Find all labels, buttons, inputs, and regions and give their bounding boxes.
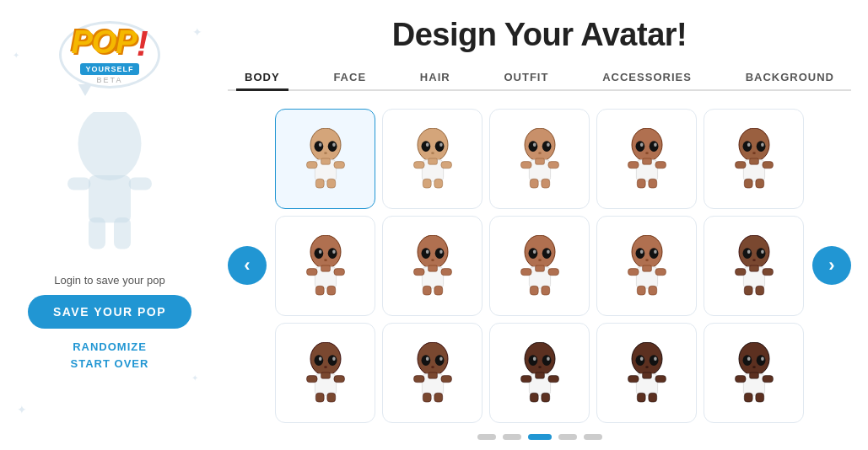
svg-point-105 [639, 250, 643, 254]
avatar-card[interactable] [382, 109, 483, 209]
tab-outfit[interactable]: OUTFIT [495, 66, 557, 91]
avatar-card[interactable] [596, 216, 697, 316]
svg-rect-15 [333, 162, 344, 169]
svg-rect-125 [755, 286, 763, 295]
avatar-card[interactable] [275, 216, 375, 316]
svg-point-56 [756, 141, 765, 152]
next-button[interactable]: › [812, 246, 851, 285]
main-content: Design Your Avatar! BODY FACE HAIR OUTFI… [219, 0, 868, 450]
pagination-dot[interactable] [558, 434, 577, 440]
svg-rect-25 [428, 158, 437, 164]
svg-point-141 [425, 357, 429, 362]
pagination [228, 427, 851, 442]
svg-rect-38 [520, 162, 531, 169]
svg-point-155 [538, 366, 542, 368]
tab-body[interactable]: BODY [236, 66, 288, 91]
svg-rect-98 [520, 269, 531, 276]
avatar-card[interactable] [704, 323, 804, 423]
tab-hair[interactable]: HAIR [412, 66, 459, 91]
svg-rect-109 [642, 265, 651, 271]
svg-rect-100 [530, 286, 538, 295]
avatar-card[interactable] [489, 323, 590, 423]
avatar-grid [267, 109, 812, 423]
svg-point-69 [318, 250, 321, 254]
avatar-card[interactable] [489, 109, 590, 209]
svg-point-35 [538, 152, 542, 154]
svg-rect-13 [321, 158, 330, 164]
svg-point-44 [649, 141, 658, 152]
tab-accessories[interactable]: ACCESSORIES [594, 66, 700, 91]
logo-bubble: POP ! YOURSELF BETA [59, 21, 160, 88]
svg-point-81 [425, 250, 429, 254]
svg-rect-184 [744, 393, 752, 402]
star-decoration: ✦ [17, 403, 27, 416]
pagination-dot[interactable] [528, 434, 552, 440]
svg-point-20 [434, 141, 444, 152]
svg-rect-171 [655, 376, 666, 383]
svg-point-7 [314, 141, 323, 152]
yourself-badge: YOURSELF [80, 63, 138, 75]
svg-rect-49 [642, 158, 651, 164]
avatar-card[interactable] [382, 323, 483, 423]
svg-point-8 [327, 141, 337, 152]
svg-point-70 [332, 250, 336, 254]
svg-point-128 [327, 355, 337, 366]
svg-rect-40 [530, 179, 538, 188]
svg-point-106 [654, 250, 657, 254]
svg-rect-146 [413, 376, 424, 383]
svg-point-164 [649, 355, 658, 366]
svg-point-91 [528, 248, 537, 259]
svg-point-32 [542, 141, 551, 152]
svg-rect-182 [735, 376, 746, 383]
avatar-card[interactable] [596, 109, 697, 209]
svg-point-104 [649, 248, 658, 259]
svg-rect-16 [315, 179, 324, 188]
svg-rect-121 [749, 265, 758, 271]
start-over-button[interactable]: START OVER [71, 357, 149, 370]
svg-point-9 [318, 143, 321, 147]
svg-point-139 [421, 355, 430, 366]
tabs-bar: BODY FACE HAIR OUTFIT ACCESSORIES BACKGR… [228, 66, 851, 91]
svg-point-82 [439, 250, 443, 254]
svg-point-130 [332, 357, 336, 362]
avatar-card[interactable] [704, 109, 804, 209]
avatar-card[interactable] [704, 216, 804, 316]
avatar-card[interactable] [275, 109, 375, 209]
svg-rect-158 [520, 376, 531, 383]
svg-point-71 [324, 259, 327, 261]
avatar-card[interactable] [275, 323, 375, 423]
avatar-card[interactable] [596, 323, 697, 423]
save-your-pop-button[interactable]: SAVE YOUR POP [28, 295, 191, 329]
svg-point-151 [528, 355, 537, 366]
sidebar: ✦ ✦ ✦ ✦ POP ! YOURSELF BETA [0, 0, 219, 450]
svg-rect-185 [755, 393, 763, 402]
tab-face[interactable]: FACE [325, 66, 375, 91]
svg-rect-172 [637, 393, 645, 402]
pagination-dot[interactable] [584, 434, 602, 440]
svg-rect-149 [434, 393, 442, 402]
svg-rect-113 [648, 286, 656, 295]
svg-rect-64 [744, 179, 752, 188]
prev-button[interactable]: ‹ [228, 246, 267, 285]
beta-label: BETA [97, 76, 123, 84]
svg-rect-27 [440, 162, 451, 169]
pop-logo: POP ! YOURSELF BETA [71, 26, 148, 84]
svg-point-58 [761, 143, 764, 147]
randomize-button[interactable]: RANDOMIZE [73, 340, 147, 353]
svg-point-152 [542, 355, 551, 366]
pagination-dot[interactable] [477, 434, 496, 440]
svg-point-11 [324, 152, 327, 154]
svg-rect-111 [655, 269, 666, 276]
svg-rect-122 [735, 269, 746, 276]
avatar-card[interactable] [489, 216, 590, 316]
pagination-dot[interactable] [503, 434, 521, 440]
svg-point-154 [547, 357, 550, 362]
svg-point-47 [645, 152, 649, 154]
svg-rect-173 [648, 393, 656, 402]
svg-rect-3 [129, 177, 153, 190]
login-text: Login to save your pop [54, 274, 165, 287]
avatar-card[interactable] [382, 216, 483, 316]
tab-background[interactable]: BACKGROUND [737, 66, 843, 91]
avatar-silhouette [46, 110, 173, 261]
svg-rect-133 [321, 372, 330, 378]
